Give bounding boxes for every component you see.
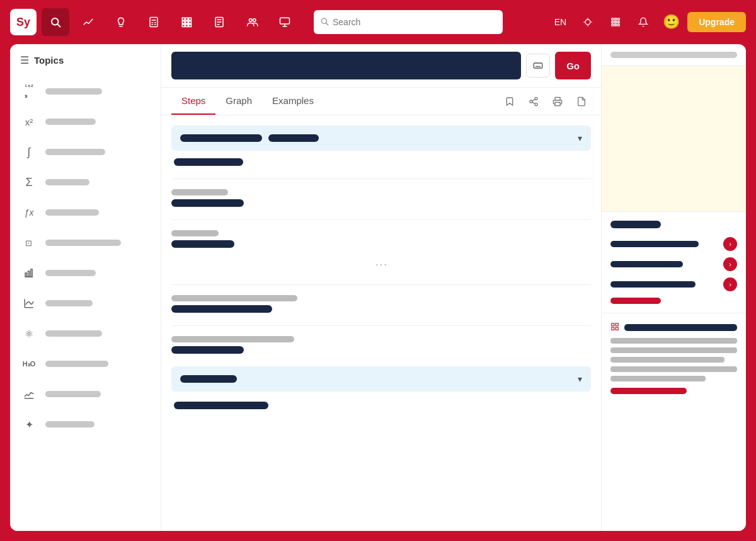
svg-rect-40 — [615, 24, 617, 26]
step-block-1: ▾ — [171, 125, 591, 166]
svg-rect-14 — [182, 25, 185, 27]
sidebar-item-arithmetic[interactable]: ¹⁺²₃ — [10, 76, 161, 107]
notifications-button[interactable] — [632, 11, 655, 33]
nav-monitor-button[interactable] — [271, 8, 299, 36]
svg-rect-63 — [612, 327, 614, 330]
sidebar-item-statistics[interactable] — [10, 258, 161, 288]
download-icon[interactable] — [572, 92, 591, 111]
related-item-3[interactable]: › — [610, 277, 737, 291]
step-value-5-1 — [171, 346, 244, 354]
svg-rect-8 — [182, 18, 185, 20]
widget-link[interactable] — [610, 388, 687, 394]
divider-3 — [171, 284, 591, 285]
main-container: ☰ Topics ¹⁺²₃ x² ∫ Σ ƒx ⊡ — [10, 44, 746, 531]
tab-graph[interactable]: Graph — [215, 88, 262, 115]
functions-icon: ƒx — [20, 204, 38, 221]
theme-toggle-button[interactable] — [576, 11, 599, 33]
tab-steps[interactable]: Steps — [171, 88, 215, 115]
bookmark-icon[interactable] — [500, 92, 519, 111]
share-icon[interactable] — [524, 92, 543, 111]
related-arrow-3: › — [723, 277, 737, 291]
steps-content: ▾ — [161, 115, 601, 531]
step-row-5-1 — [171, 336, 591, 354]
related-item-1[interactable]: › — [610, 237, 737, 251]
go-button[interactable]: Go — [555, 52, 591, 79]
svg-rect-49 — [534, 63, 542, 68]
related-item-bar-2 — [610, 261, 683, 267]
related-item-2[interactable]: › — [610, 257, 737, 271]
apps-button[interactable] — [604, 11, 627, 33]
sidebar-item-calculus[interactable]: ∫ — [10, 137, 161, 167]
step-header-1[interactable]: ▾ — [171, 125, 591, 151]
step-row-3-1 — [171, 230, 591, 248]
sidebar: ☰ Topics ¹⁺²₃ x² ∫ Σ ƒx ⊡ — [10, 44, 161, 531]
graphing-icon — [20, 294, 38, 312]
logo-button[interactable]: Sy — [10, 9, 37, 35]
nav-matrix-button[interactable] — [173, 8, 200, 36]
sidebar-label-matrix — [45, 240, 121, 246]
svg-point-21 — [249, 19, 253, 22]
sidebar-item-matrix[interactable]: ⊡ — [10, 228, 161, 258]
svg-rect-61 — [612, 323, 614, 326]
upgrade-button[interactable]: Upgrade — [687, 12, 746, 32]
result-block[interactable]: ▾ — [171, 366, 591, 392]
nav-search-button[interactable] — [42, 8, 69, 36]
sidebar-item-advanced[interactable]: ✦ — [10, 409, 161, 439]
search-input[interactable] — [333, 17, 496, 27]
step-value-3-1 — [171, 240, 234, 248]
svg-rect-2 — [150, 18, 158, 27]
keyboard-button[interactable] — [526, 54, 550, 78]
tab-actions — [500, 92, 591, 111]
tab-examples[interactable]: Examples — [262, 88, 324, 115]
svg-rect-60 — [555, 102, 560, 105]
sidebar-item-physics[interactable]: ⚛ — [10, 318, 161, 349]
nav-notepad-button[interactable] — [205, 8, 233, 36]
math-expression-input[interactable] — [171, 52, 521, 79]
svg-rect-34 — [615, 18, 617, 20]
divider-1 — [171, 178, 591, 179]
finance-icon — [20, 385, 38, 403]
language-button[interactable]: EN — [549, 13, 571, 31]
nav-calculator-button[interactable] — [140, 8, 168, 36]
physics-icon: ⚛ — [20, 325, 38, 342]
sidebar-item-chemistry[interactable]: H₂O — [10, 349, 161, 379]
svg-rect-23 — [280, 18, 290, 24]
sidebar-item-graphing[interactable] — [10, 288, 161, 318]
nav-people-button[interactable] — [238, 8, 266, 36]
sidebar-label-advanced — [45, 421, 94, 428]
sidebar-item-functions[interactable]: ƒx — [10, 197, 161, 228]
svg-rect-41 — [618, 24, 620, 26]
sidebar-label-algebra — [45, 119, 96, 125]
sidebar-item-algebra[interactable]: x² — [10, 107, 161, 137]
sidebar-item-finance[interactable] — [10, 379, 161, 409]
svg-rect-11 — [182, 21, 185, 24]
widget-title-bar — [624, 324, 737, 331]
avatar-button[interactable]: 🙂 — [660, 11, 682, 33]
svg-line-59 — [532, 99, 536, 101]
related-item-bar-1 — [610, 241, 699, 247]
nav-graph-button[interactable] — [74, 8, 102, 36]
widget-line-2 — [610, 347, 737, 353]
step-row-4-1 — [171, 295, 591, 313]
nav-right: EN 🙂 Upgrade — [549, 11, 746, 33]
sidebar-item-sigma[interactable]: Σ — [10, 167, 161, 197]
search-bar[interactable] — [314, 10, 503, 34]
nav-lightbulb-button[interactable] — [107, 8, 135, 36]
sidebar-toggle-icon[interactable]: ☰ — [20, 54, 29, 66]
step-label-5-1 — [171, 336, 294, 342]
svg-point-28 — [585, 20, 590, 25]
algebra-icon: x² — [20, 113, 38, 131]
print-icon[interactable] — [548, 92, 567, 111]
step-value-4-1 — [171, 305, 272, 313]
matrix-icon: ⊡ — [20, 234, 38, 252]
step-value-1-1 — [174, 158, 243, 166]
widget-icon — [610, 322, 619, 333]
related-link-bar[interactable] — [610, 298, 661, 304]
final-answer-bar — [174, 402, 268, 409]
divider-4 — [171, 325, 591, 326]
statistics-icon — [20, 264, 38, 282]
svg-rect-33 — [612, 18, 614, 20]
svg-rect-44 — [28, 271, 30, 277]
sidebar-label-chemistry — [45, 361, 108, 367]
sigma-icon: Σ — [20, 173, 38, 191]
